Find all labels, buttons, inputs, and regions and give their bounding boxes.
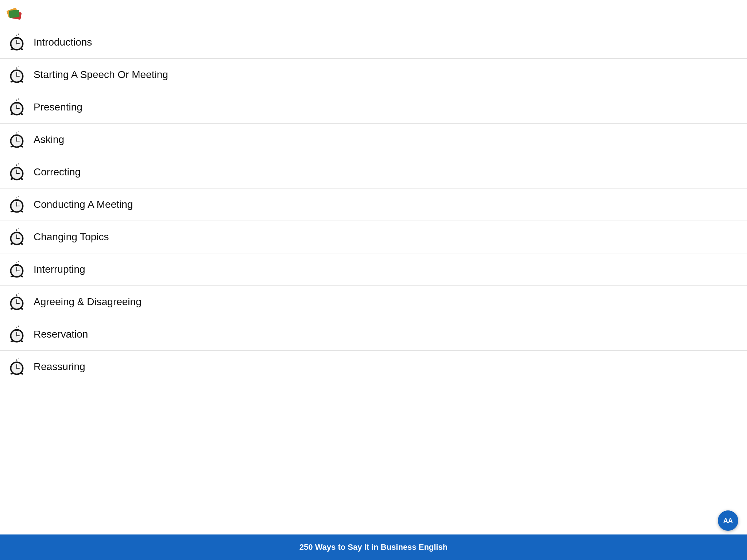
alarm-clock-icon: z z: [7, 260, 26, 279]
list-container: z z Introductions z z: [0, 26, 747, 534]
svg-text:z: z: [16, 229, 18, 231]
list-item[interactable]: z z Reservation: [0, 318, 747, 351]
svg-point-9: [16, 43, 18, 44]
svg-text:z: z: [18, 130, 19, 132]
svg-rect-6: [15, 37, 19, 39]
svg-text:z: z: [16, 131, 18, 134]
list-item[interactable]: z z Interrupting: [0, 253, 747, 286]
aa-button-label: AA: [723, 517, 733, 525]
svg-text:z: z: [18, 292, 19, 295]
list-item[interactable]: z z Reassuring: [0, 351, 747, 383]
svg-point-109: [16, 368, 18, 369]
item-label: Introductions: [34, 36, 92, 48]
alarm-clock-icon: z z: [7, 357, 26, 376]
svg-point-49: [16, 173, 18, 174]
alarm-clock-icon: z z: [7, 65, 26, 84]
list-item[interactable]: z z Correcting: [0, 156, 747, 188]
svg-rect-26: [15, 102, 19, 104]
svg-rect-36: [15, 135, 19, 136]
svg-rect-106: [15, 362, 19, 363]
app-container: z z Introductions z z: [0, 0, 747, 560]
svg-text:z: z: [16, 196, 18, 199]
list-item[interactable]: z z Presenting: [0, 91, 747, 124]
svg-rect-96: [15, 329, 19, 331]
svg-text:z: z: [16, 326, 18, 328]
svg-point-69: [16, 238, 18, 239]
svg-rect-76: [15, 264, 19, 266]
svg-text:z: z: [18, 357, 19, 359]
alarm-clock-icon: z z: [7, 33, 26, 52]
svg-rect-86: [15, 297, 19, 298]
svg-text:z: z: [18, 65, 19, 67]
svg-rect-66: [15, 232, 19, 233]
item-label: Correcting: [34, 166, 81, 178]
list-item[interactable]: z z Changing Topics: [0, 221, 747, 253]
alarm-clock-icon: z z: [7, 98, 26, 117]
svg-text:z: z: [18, 98, 19, 100]
list-item[interactable]: z z Asking: [0, 124, 747, 156]
svg-text:z: z: [16, 164, 18, 166]
svg-text:z: z: [18, 163, 19, 165]
svg-text:z: z: [18, 195, 19, 197]
svg-text:z: z: [18, 33, 19, 35]
aa-button[interactable]: AA: [718, 510, 738, 531]
bottom-bar: 250 Ways to Say It in Business English: [0, 534, 747, 560]
alarm-clock-icon: z z: [7, 292, 26, 311]
svg-point-29: [16, 108, 18, 109]
list-item[interactable]: z z Starting A Speech Or Meeting: [0, 59, 747, 91]
svg-text:z: z: [16, 358, 18, 361]
item-label: Interrupting: [34, 264, 85, 275]
svg-text:z: z: [16, 34, 18, 36]
svg-point-39: [16, 141, 18, 142]
item-label: Asking: [34, 134, 64, 145]
svg-rect-16: [15, 70, 19, 71]
card-fan-inner: [10, 11, 22, 20]
item-label: Conducting A Meeting: [34, 199, 133, 210]
alarm-clock-icon: z z: [7, 195, 26, 214]
card-fan-icon: [7, 7, 25, 22]
item-label: Reassuring: [34, 361, 85, 373]
svg-text:z: z: [18, 260, 19, 262]
svg-text:z: z: [16, 261, 18, 264]
svg-text:z: z: [18, 325, 19, 327]
bottom-bar-title: 250 Ways to Say It in Business English: [299, 542, 448, 552]
item-label: Changing Topics: [34, 231, 109, 243]
alarm-clock-icon: z z: [7, 163, 26, 182]
item-label: Reservation: [34, 328, 88, 340]
svg-rect-46: [15, 167, 19, 168]
alarm-clock-icon: z z: [7, 130, 26, 149]
svg-text:z: z: [16, 99, 18, 101]
app-icon[interactable]: [7, 6, 25, 23]
item-label: Starting A Speech Or Meeting: [34, 69, 168, 81]
svg-point-99: [16, 335, 18, 337]
alarm-clock-icon: z z: [7, 228, 26, 246]
svg-point-79: [16, 271, 18, 272]
svg-point-59: [16, 206, 18, 207]
alarm-clock-icon: z z: [7, 325, 26, 344]
svg-rect-56: [15, 199, 19, 201]
list-item[interactable]: z z Conducting A Meeting: [0, 188, 747, 221]
item-label: Agreeing & Disagreeing: [34, 296, 142, 308]
header: [0, 0, 747, 26]
list-item[interactable]: z z Introductions: [0, 26, 747, 59]
svg-point-19: [16, 76, 18, 77]
svg-point-89: [16, 303, 18, 304]
item-label: Presenting: [34, 101, 82, 113]
svg-text:z: z: [16, 293, 18, 296]
list-item[interactable]: z z Agreeing & Disagreeing: [0, 286, 747, 318]
svg-text:z: z: [16, 66, 18, 69]
svg-text:z: z: [18, 228, 19, 230]
